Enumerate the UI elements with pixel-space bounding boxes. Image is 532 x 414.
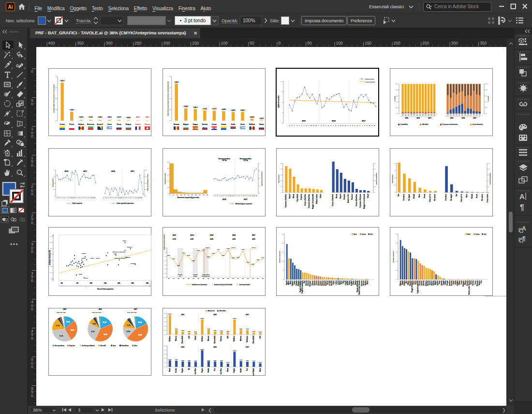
svg-text:Q4: Q4 xyxy=(479,114,481,115)
svg-text:4: 4 xyxy=(81,197,82,198)
svg-text:~3,92 €: ~3,92 € xyxy=(193,107,198,108)
svg-text:4: 4 xyxy=(355,125,355,126)
svg-text:Q2: Q2 xyxy=(450,114,452,115)
svg-text:Russia: Russia xyxy=(117,123,121,125)
svg-text:2: 2 xyxy=(125,197,126,198)
svg-text:6,4%: 6,4% xyxy=(202,249,205,251)
svg-text:5%: 5% xyxy=(164,260,166,261)
svg-text:NZ: NZ xyxy=(188,368,190,370)
svg-text:1,47 kg: 1,47 kg xyxy=(222,159,226,161)
svg-text:4: 4 xyxy=(296,125,297,126)
svg-text:Firenze: Firenze xyxy=(311,280,313,285)
svg-text:Winston: Winston xyxy=(207,336,209,341)
svg-text:~2,69 €: ~2,69 € xyxy=(231,109,236,111)
svg-text:~0,72 €: ~0,72 € xyxy=(117,116,121,118)
svg-text:Reggio in Lombardia: Reggio in Lombardia xyxy=(312,194,314,209)
svg-text:Marchi noti: Marchi noti xyxy=(208,310,215,312)
svg-text:0: 0 xyxy=(54,196,55,197)
svg-text:1,5%: 1,5% xyxy=(63,312,66,313)
svg-text:200: 200 xyxy=(163,41,170,46)
svg-text:Intervento fiscale: Intervento fiscale xyxy=(239,284,250,286)
svg-text:9 in blu: 9 in blu xyxy=(175,368,177,373)
svg-text:Altri white: Altri white xyxy=(422,123,429,125)
svg-text:5: 5 xyxy=(83,197,84,198)
svg-text:1: 1 xyxy=(123,197,124,198)
svg-text:9: 9 xyxy=(228,195,229,196)
svg-text:4,9%: 4,9% xyxy=(262,257,265,259)
svg-text:Milano: Milano xyxy=(288,280,290,285)
svg-text:3: 3 xyxy=(126,197,127,198)
svg-text:~0,18 €: ~0,18 € xyxy=(89,116,93,118)
svg-text:Palermo: Palermo xyxy=(292,280,294,286)
svg-text:Roma: Roma xyxy=(415,280,417,284)
svg-text:25: 25 xyxy=(282,233,283,234)
svg-text:Marche e altre Venezia: Marche e altre Venezia xyxy=(468,280,470,295)
svg-text:7: 7 xyxy=(113,197,114,198)
svg-text:Ascoli e altri: Ascoli e altri xyxy=(347,194,349,203)
svg-text:2015: 2015 xyxy=(63,308,67,310)
svg-text:2015: 2015 xyxy=(181,314,184,316)
svg-text:Nord Africa: Nord Africa xyxy=(122,345,129,347)
svg-text:Cosenza e Bolzano: Cosenza e Bolzano xyxy=(359,194,361,207)
svg-text:30: 30 xyxy=(192,194,193,196)
svg-text:20%: 20% xyxy=(396,107,399,108)
svg-text:2015: 2015 xyxy=(302,120,306,122)
svg-text:2017: 2017 xyxy=(252,234,255,236)
svg-text:4,8%: 4,8% xyxy=(246,360,249,361)
svg-text:2: 2 xyxy=(321,125,322,126)
svg-text:2,8%: 2,8% xyxy=(194,331,197,333)
svg-text:4,2%: 4,2% xyxy=(214,330,217,331)
svg-text:0: 0 xyxy=(31,336,33,340)
svg-text:60: 60 xyxy=(374,163,376,164)
svg-text:Verona: Verona xyxy=(315,280,317,285)
svg-text:Bari: Bari xyxy=(303,280,305,283)
svg-text:9: 9 xyxy=(367,125,368,126)
svg-text:5,8%: 5,8% xyxy=(167,255,170,256)
svg-text:5%: 5% xyxy=(50,278,52,279)
svg-text:Parma: Parma xyxy=(349,280,351,285)
svg-text:20: 20 xyxy=(282,243,283,244)
svg-text:Q1: Q1 xyxy=(178,278,180,279)
svg-text:100: 100 xyxy=(488,163,490,164)
svg-text:25: 25 xyxy=(188,194,189,196)
svg-text:Caserta: Caserta xyxy=(323,280,325,286)
svg-text:8: 8 xyxy=(281,91,282,92)
svg-text:4,7%: 4,7% xyxy=(173,238,176,240)
svg-text:45: 45 xyxy=(203,194,204,196)
svg-text:Slovenia: Slovenia xyxy=(202,123,208,125)
svg-text:8: 8 xyxy=(68,197,69,198)
svg-text:+0,10 €: +0,10 € xyxy=(206,247,210,248)
svg-text:5,4%: 5,4% xyxy=(169,359,172,360)
svg-text:10: 10 xyxy=(252,195,253,196)
svg-text:Cagliari: Cagliari xyxy=(351,280,353,285)
svg-text:Como: Como xyxy=(333,280,335,284)
svg-text:1,3%: 1,3% xyxy=(131,312,133,313)
svg-text:Altre white: Altre white xyxy=(220,310,226,312)
svg-text:5: 5 xyxy=(221,195,222,196)
svg-text:0: 0 xyxy=(279,41,281,46)
svg-text:2: 2 xyxy=(292,125,293,126)
svg-text:7: 7 xyxy=(304,125,305,126)
svg-text:12: 12 xyxy=(121,197,123,198)
svg-text:Via legale: Via legale xyxy=(408,194,410,201)
svg-text:2017: 2017 xyxy=(134,308,137,310)
svg-text:L&M: L&M xyxy=(188,336,190,339)
svg-text:5,2%: 5,2% xyxy=(214,360,217,361)
svg-text:7: 7 xyxy=(362,125,363,126)
svg-text:2013: 2013 xyxy=(173,234,176,236)
svg-text:Napoli: Napoli xyxy=(122,240,126,242)
svg-text:5,1%: 5,1% xyxy=(92,312,95,313)
svg-text:2: 2 xyxy=(105,197,106,198)
svg-text:Genova: Genova xyxy=(307,280,309,286)
svg-text:Centro: Centro xyxy=(475,233,480,235)
svg-text:Roma: Roma xyxy=(290,280,292,284)
svg-text:3,5%: 3,5% xyxy=(188,360,191,361)
svg-text:2: 2 xyxy=(78,197,79,198)
svg-text:~0,24 €: ~0,24 € xyxy=(126,117,131,119)
svg-text:Roma: Roma xyxy=(336,194,338,198)
svg-text:15%: 15% xyxy=(164,353,166,354)
svg-text:Q2: Q2 xyxy=(428,114,430,115)
svg-text:~2,56 €: ~2,56 € xyxy=(240,109,245,111)
svg-text:3: 3 xyxy=(59,197,60,198)
svg-text:3,4%: 3,4% xyxy=(220,330,223,332)
